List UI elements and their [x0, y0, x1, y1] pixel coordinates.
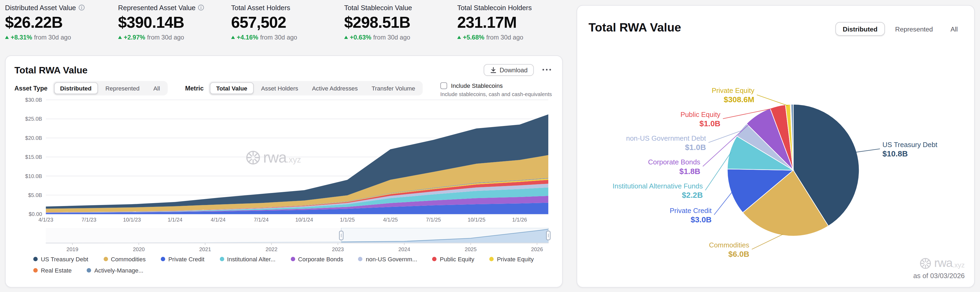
pie-label-value: $1.0B [681, 119, 721, 129]
chart-legend: US Treasury DebtCommoditiesPrivate Credi… [33, 256, 554, 278]
metric-option-active-addresses[interactable]: Active Addresses [305, 82, 364, 94]
legend-item-institutional-alter[interactable]: Institutional Alter... [220, 256, 275, 263]
y-tick-label: $20.0B [25, 135, 42, 141]
legend-item-public-equity[interactable]: Public Equity [432, 256, 474, 263]
x-tick-label: 1/1/26 [512, 217, 527, 223]
legend-color-dot [87, 268, 91, 273]
legend-item-private-credit[interactable]: Private Credit [161, 256, 205, 263]
download-button[interactable]: Download [483, 64, 534, 76]
brush-year-label: 2021 [199, 246, 211, 252]
x-tick-label: 4/1/24 [211, 217, 226, 223]
stat-total-asset-holders: Total Asset Holders 657,502 +4.16%from 3… [231, 4, 344, 41]
legend-color-dot [33, 268, 38, 273]
stat-value: 231.17M [457, 13, 570, 31]
y-tick-label: $10.0B [25, 173, 42, 179]
asset-type-segmented-control: DistributedRepresentedAll [52, 81, 168, 95]
legend-label: Institutional Alter... [227, 256, 275, 263]
pie-label-name: US Treasury Debt [883, 140, 937, 149]
delta-percent: +2.97% [124, 34, 145, 41]
info-icon[interactable] [78, 4, 85, 11]
pie-label-name: Private Equity [712, 86, 754, 95]
legend-label: non-US Governm... [366, 256, 417, 263]
legend-item-real-estate[interactable]: Real Estate [33, 267, 72, 274]
delta-up-icon [118, 35, 122, 39]
rwa-watermark: rwa.xyz [920, 256, 965, 270]
brush-year-label: 2019 [67, 246, 78, 252]
brush-selection[interactable] [341, 228, 548, 243]
x-tick-label: 10/1/25 [468, 217, 485, 223]
stat-label: Distributed Asset Value [5, 4, 76, 11]
include-stablecoins-label: Include Stablecoins [451, 82, 503, 89]
stacked-area-chart[interactable]: $0.00$5.0B$10.0B$15.0B$20.0B$25.0B$30.0B… [11, 97, 551, 224]
pie-callout-label-commodities: Commodities$6.0B [709, 241, 749, 260]
pie-callout-label-us-treasury-debt: US Treasury Debt$10.8B [883, 140, 937, 159]
metric-option-total-value[interactable]: Total Value [210, 82, 253, 94]
pie-callout-label-corporate-bonds: Corporate Bonds$1.8B [648, 158, 700, 177]
watermark-suffix: .xyz [953, 261, 965, 270]
stat-label: Total Asset Holders [231, 4, 290, 11]
delta-percent: +5.68% [463, 34, 484, 41]
stat-total-stablecoin-value: Total Stablecoin Value $298.51B +0.63%fr… [344, 4, 457, 41]
legend-label: Actively-Manage... [94, 267, 143, 274]
delta-percent: +4.16% [237, 34, 258, 41]
delta-note: from 30d ago [486, 34, 523, 41]
stat-total-stablecoin-holders: Total Stablecoin Holders 231.17M +5.68%f… [457, 4, 570, 41]
legend-item-corporate-bonds[interactable]: Corporate Bonds [290, 256, 343, 263]
pie-footer: rwa.xyz as of 03/03/2026 [913, 256, 965, 279]
metric-option-asset-holders[interactable]: Asset Holders [255, 82, 304, 94]
info-icon[interactable] [198, 4, 205, 11]
legend-item-commodities[interactable]: Commodities [103, 256, 146, 263]
stats-row: Distributed Asset Value $26.22B +8.31%fr… [5, 4, 570, 41]
legend-label: Corporate Bonds [298, 256, 343, 263]
legend-item-actively-manage[interactable]: Actively-Manage... [87, 267, 143, 274]
x-tick-label: 10/1/23 [123, 217, 141, 223]
legend-item-non-us-governm[interactable]: non-US Governm... [358, 256, 417, 263]
pie-label-value: $308.6M [712, 95, 754, 105]
download-icon [490, 66, 496, 73]
stat-label: Represented Asset Value [118, 4, 196, 11]
legend-row: Real EstateActively-Manage... [33, 267, 554, 274]
legend-row: US Treasury DebtCommoditiesPrivate Credi… [33, 256, 554, 263]
x-tick-label: 7/1/25 [426, 217, 441, 223]
pie-callout-label-non-us-government-debt: non-US Government Debt$1.0B [626, 134, 706, 153]
y-tick-label: $15.0B [25, 154, 42, 160]
metric-option-transfer-volume[interactable]: Transfer Volume [365, 82, 421, 94]
stat-label: Total Stablecoin Holders [457, 4, 532, 11]
delta-up-icon [344, 35, 348, 39]
x-tick-label: 4/1/23 [38, 217, 53, 223]
legend-color-dot [220, 257, 224, 261]
stat-represented-asset-value: Represented Asset Value $390.14B +2.97%f… [118, 4, 231, 41]
delta-up-icon [5, 35, 9, 39]
more-options-button[interactable] [539, 67, 555, 72]
stat-value: $298.51B [344, 13, 457, 31]
legend-label: Commodities [111, 256, 145, 263]
pie-label-value: $6.0B [709, 249, 749, 260]
brush-unselected-mask [46, 228, 341, 243]
x-tick-label: 7/1/23 [81, 217, 96, 223]
stat-label: Total Stablecoin Value [344, 4, 412, 11]
delta-note: from 30d ago [147, 34, 184, 41]
brush-year-label: 2020 [133, 246, 145, 252]
legend-label: Private Equity [497, 256, 534, 263]
delta-note: from 30d ago [260, 34, 297, 41]
asset-type-option-represented[interactable]: Represented [99, 82, 146, 94]
stat-distributed-asset-value: Distributed Asset Value $26.22B +8.31%fr… [5, 4, 118, 41]
legend-color-dot [432, 257, 436, 261]
metric-label: Metric [185, 85, 204, 92]
timeline-brush[interactable]: 20192020202120222023202420252026 [11, 228, 551, 253]
include-stablecoins-checkbox[interactable] [440, 82, 447, 89]
asset-type-option-distributed[interactable]: Distributed [54, 82, 98, 94]
y-tick-label: $30.0B [25, 97, 42, 103]
total-rwa-value-pie-card: Total RWA Value DistributedRepresentedAl… [577, 5, 975, 288]
page: Distributed Asset Value $26.22B +8.31%fr… [0, 0, 980, 292]
x-tick-label: 4/1/25 [383, 217, 398, 223]
pie-callout-label-public-equity: Public Equity$1.0B [681, 110, 721, 129]
pie-label-value: $2.2B [612, 190, 703, 201]
pie-label-name: Corporate Bonds [648, 158, 700, 167]
stat-value: 657,502 [231, 13, 344, 31]
legend-item-us-treasury-debt[interactable]: US Treasury Debt [33, 256, 88, 263]
delta-percent: +0.63% [350, 34, 371, 41]
legend-item-private-equity[interactable]: Private Equity [489, 256, 534, 263]
legend-color-dot [103, 257, 108, 261]
asset-type-option-all[interactable]: All [147, 82, 166, 94]
